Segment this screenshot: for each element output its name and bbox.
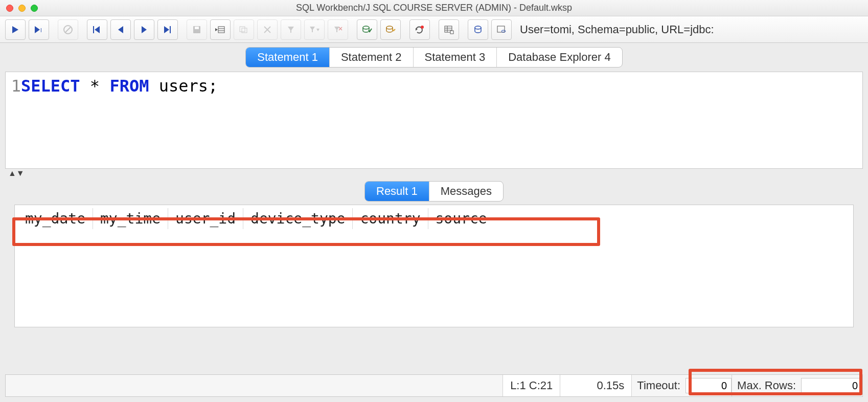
delete-row-button xyxy=(257,19,278,40)
filter-clear-button xyxy=(328,19,348,40)
svg-rect-18 xyxy=(242,28,247,33)
svg-marker-7 xyxy=(118,26,123,33)
sql-rest: users; xyxy=(159,76,218,96)
svg-marker-1 xyxy=(35,26,40,33)
svg-point-38 xyxy=(501,30,506,32)
result-tabs: Result 1Messages xyxy=(0,178,868,202)
svg-marker-24 xyxy=(334,27,339,32)
db-explorer-new-button[interactable] xyxy=(491,19,512,40)
sql-keyword-from: FROM xyxy=(109,76,149,96)
svg-rect-37 xyxy=(497,26,505,32)
append-results-button[interactable] xyxy=(439,19,459,40)
statement-tab-1[interactable]: Statement 1 xyxy=(246,48,330,67)
sql-star: * xyxy=(90,76,100,96)
connection-info: User=tomi, Schema=public, URL=jdbc: xyxy=(520,23,714,36)
svg-rect-35 xyxy=(450,31,453,34)
first-button[interactable] xyxy=(87,19,107,40)
svg-marker-8 xyxy=(142,26,147,33)
filter-dropdown-button xyxy=(304,19,325,40)
statement-tab-2[interactable]: Statement 2 xyxy=(330,48,414,67)
svg-point-27 xyxy=(363,26,369,29)
minimize-icon[interactable] xyxy=(18,5,26,12)
timeout-label: Timeout: xyxy=(631,375,686,396)
close-icon[interactable] xyxy=(6,5,13,12)
svg-marker-0 xyxy=(12,26,18,33)
window-controls xyxy=(6,5,38,12)
splitter-handle[interactable]: ▲▼ xyxy=(0,169,868,178)
maximize-icon[interactable] xyxy=(31,5,38,12)
svg-text:I: I xyxy=(40,28,42,33)
svg-marker-9 xyxy=(164,26,169,33)
svg-rect-13 xyxy=(218,27,224,33)
db-explorer-button[interactable] xyxy=(468,19,488,40)
run-current-button[interactable]: I xyxy=(29,19,49,40)
commit-button[interactable] xyxy=(357,19,377,40)
run-button[interactable] xyxy=(5,19,26,40)
titlebar: SQL Workbench/J SQL COURSE SERVER (ADMIN… xyxy=(0,0,868,16)
svg-marker-22 xyxy=(310,27,315,32)
statement-tab-3[interactable]: Statement 3 xyxy=(414,48,497,67)
line-number: 1 xyxy=(11,76,21,96)
statement-tabs: Statement 1Statement 2Statement 3Databas… xyxy=(0,43,868,68)
sql-keyword-select: SELECT xyxy=(21,76,80,96)
svg-marker-21 xyxy=(288,27,294,33)
svg-point-30 xyxy=(421,26,424,29)
svg-rect-12 xyxy=(195,27,199,29)
cursor-position: L:1 C:21 xyxy=(502,375,560,396)
statement-tab-4[interactable]: Database Explorer 4 xyxy=(497,48,622,67)
rollback-button[interactable] xyxy=(380,19,401,40)
prev-button[interactable] xyxy=(110,19,131,40)
save-button xyxy=(187,19,207,40)
svg-marker-23 xyxy=(316,29,319,31)
copy-row-button xyxy=(234,19,254,40)
window-title: SQL Workbench/J SQL COURSE SERVER (ADMIN… xyxy=(0,3,868,13)
sql-editor[interactable]: 1SELECT * FROM users; xyxy=(5,72,863,169)
result-tab-2[interactable]: Messages xyxy=(429,182,503,201)
filter-button xyxy=(281,19,301,40)
execution-time: 0.15s xyxy=(560,375,631,396)
svg-rect-5 xyxy=(93,26,94,33)
svg-point-36 xyxy=(475,26,481,29)
last-button[interactable] xyxy=(157,19,178,40)
svg-rect-17 xyxy=(240,27,245,32)
svg-marker-6 xyxy=(95,26,100,33)
stop-button xyxy=(58,19,78,40)
highlight-maxrows xyxy=(689,369,862,395)
svg-point-28 xyxy=(386,26,393,29)
next-button[interactable] xyxy=(134,19,154,40)
autocommit-button[interactable] xyxy=(409,19,430,40)
toolbar: I xyxy=(0,16,868,43)
insert-row-button[interactable] xyxy=(210,19,231,40)
result-tab-1[interactable]: Result 1 xyxy=(365,182,429,201)
status-bar: L:1 C:21 0.15s Timeout: Max. Rows: xyxy=(5,374,863,397)
highlight-columns xyxy=(12,217,600,246)
svg-marker-16 xyxy=(215,28,218,31)
svg-rect-10 xyxy=(170,26,171,33)
svg-line-4 xyxy=(65,27,71,32)
